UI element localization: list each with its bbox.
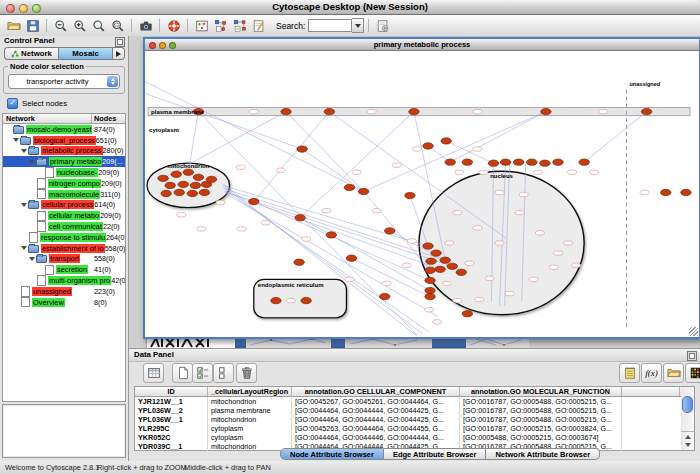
search-dropdown-arrow[interactable] <box>352 18 364 33</box>
tree-row[interactable]: Overview8(0) <box>3 297 125 308</box>
scroll-up-icon[interactable] <box>685 435 691 439</box>
table-cell <box>622 397 679 406</box>
search-options-icon[interactable] <box>373 17 392 34</box>
network-window-titlebar[interactable]: primary metabolic process <box>145 39 699 51</box>
apply-layout-a-icon[interactable] <box>211 17 230 34</box>
open-file-icon[interactable] <box>4 17 23 34</box>
table-row[interactable]: YPL036W__2plasma membrane[GO:0044464, GO… <box>135 406 683 415</box>
table-scrollbar[interactable] <box>681 386 695 451</box>
expand-arrow-icon[interactable] <box>21 246 27 250</box>
float-panel-icon[interactable] <box>687 351 697 361</box>
tab-edge-attribute-browser[interactable]: Edge Attribute Browser <box>384 448 486 460</box>
table-row[interactable]: YKR052Ccytoplasm[GO:0044464, GO:0044446,… <box>135 433 683 442</box>
scrollbar-thumb[interactable] <box>682 396 693 413</box>
tree-row[interactable]: cellular metabo209(0) <box>3 210 125 221</box>
tree-row[interactable]: macromolecule311(0) <box>3 189 125 200</box>
node-label-oval <box>590 170 599 174</box>
node-label-oval <box>412 147 421 151</box>
float-panel-icon[interactable] <box>115 37 125 47</box>
tree-column-network[interactable]: Network <box>3 114 92 123</box>
region-label: nucleus <box>490 173 513 179</box>
tree-row[interactable]: primary metabo209(... <box>3 156 125 167</box>
table-cell <box>622 442 679 451</box>
table-row[interactable]: YJR121W__1mitochondrion[GO:0045267, GO:0… <box>135 397 683 406</box>
column-header[interactable]: annotation.GO CELLULAR_COMPONENT <box>292 387 460 396</box>
tree-row[interactable]: unassigned223(0) <box>3 286 125 297</box>
tree-row[interactable]: biological_process651(0) <box>3 135 125 146</box>
tree-row[interactable]: nucleobase-209(0) <box>3 167 125 178</box>
tree-row[interactable]: transport558(0) <box>3 254 125 265</box>
column-header[interactable]: ID <box>135 387 208 396</box>
matrix-view-icon[interactable] <box>685 363 700 383</box>
delete-attribute-icon[interactable] <box>236 363 257 383</box>
table-cell: plasma membrane <box>208 406 292 415</box>
tree-row[interactable]: establishment of lo558(0) <box>3 243 125 254</box>
network-graph[interactable]: plasma membranecytoplasmmitochondrionnuc… <box>145 51 699 337</box>
tree-row[interactable]: multi-organism pro42(0) <box>3 275 125 286</box>
resize-grip[interactable] <box>689 327 698 336</box>
snapshot-camera-icon[interactable] <box>136 17 155 34</box>
more-tabs-arrow[interactable] <box>113 47 125 60</box>
expand-arrow-icon[interactable] <box>29 160 35 164</box>
notes-icon[interactable] <box>619 363 640 383</box>
tab-mosaic[interactable]: Mosaic <box>58 47 113 60</box>
create-attribute-icon[interactable] <box>172 363 193 383</box>
expand-arrow-icon[interactable] <box>13 138 19 142</box>
editor-icon[interactable] <box>249 17 268 34</box>
column-header[interactable] <box>622 387 680 396</box>
tree-row[interactable]: response to stimulu264(0) <box>3 232 125 243</box>
graph-node <box>324 109 334 115</box>
tab-network-attribute-browser[interactable]: Network Attribute Browser <box>486 448 600 460</box>
minimize-button[interactable] <box>19 4 28 13</box>
node-color-combobox[interactable]: transporter activity <box>8 74 120 89</box>
graph-node <box>423 243 433 249</box>
zoom-out-icon[interactable] <box>51 17 70 34</box>
combobox-stepper-icon[interactable] <box>107 76 118 87</box>
import-attributes-icon[interactable] <box>663 363 684 383</box>
expand-arrow-icon[interactable] <box>21 203 27 207</box>
birdseye-overview-icon[interactable] <box>192 17 211 34</box>
network-view-window[interactable]: primary metabolic process plasma membran… <box>143 37 700 339</box>
zoom-selected-icon[interactable] <box>108 17 127 34</box>
save-icon[interactable] <box>23 17 42 34</box>
tab-network[interactable]: Network <box>4 47 58 60</box>
zoom-button[interactable] <box>32 4 41 13</box>
help-lifebuoy-icon[interactable] <box>164 17 183 34</box>
expand-arrow-icon[interactable] <box>29 257 35 261</box>
select-attributes-icon[interactable] <box>143 363 164 383</box>
network-canvas[interactable]: plasma membranecytoplasmmitochondrionnuc… <box>145 51 699 337</box>
minimize-button[interactable] <box>159 42 166 49</box>
zoom-button[interactable] <box>169 42 176 49</box>
zoom-fit-icon[interactable] <box>89 17 108 34</box>
close-button[interactable] <box>149 42 156 49</box>
search-input[interactable] <box>308 19 352 32</box>
unselect-all-icon[interactable] <box>213 363 234 383</box>
tree-row[interactable]: nitrogen compo209(0) <box>3 178 125 189</box>
apply-layout-b-icon[interactable] <box>230 17 249 34</box>
tab-node-attribute-browser[interactable]: Node Attribute Browser <box>280 448 384 460</box>
tree-row[interactable]: mosaic-demo-yeast874(0) <box>3 124 125 135</box>
tree-column-nodes[interactable]: Nodes <box>92 114 125 123</box>
graph-node <box>500 159 510 165</box>
birdseye-view-panel[interactable] <box>2 404 126 458</box>
column-header[interactable]: annotation.GO MOLECULAR_FUNCTION <box>460 387 622 396</box>
table-row[interactable]: YPL036W__1mitochondrion[GO:0044464, GO:0… <box>135 415 683 424</box>
tree-row[interactable]: cell communicat22(0) <box>3 221 125 232</box>
tree-node-count: 558(0) <box>94 254 125 263</box>
node-label-oval <box>564 241 573 245</box>
attribute-table[interactable]: ID_cellularLayoutRegionannotation.GO CEL… <box>134 386 684 451</box>
tree-row[interactable]: metabolic process280(0) <box>3 146 125 157</box>
function-builder-icon[interactable]: f(x) <box>641 363 662 383</box>
column-header[interactable]: _cellularLayoutRegion <box>208 387 292 396</box>
scroll-down-icon[interactable] <box>685 443 691 447</box>
region-label: plasma membrane <box>151 109 205 115</box>
select-all-check-icon[interactable] <box>192 363 213 383</box>
table-row[interactable]: YLR295Ccytoplasm[GO:0045263, GO:0044464,… <box>135 424 683 433</box>
zoom-in-icon[interactable] <box>70 17 89 34</box>
expand-arrow-icon[interactable] <box>21 149 27 153</box>
close-button[interactable] <box>6 4 15 13</box>
node-label-oval <box>322 208 331 212</box>
tree-row[interactable]: cellular process614(0) <box>3 200 125 211</box>
select-nodes-checkbox[interactable]: ✓ <box>7 98 18 109</box>
tree-row[interactable]: secretion41(0) <box>3 264 125 275</box>
